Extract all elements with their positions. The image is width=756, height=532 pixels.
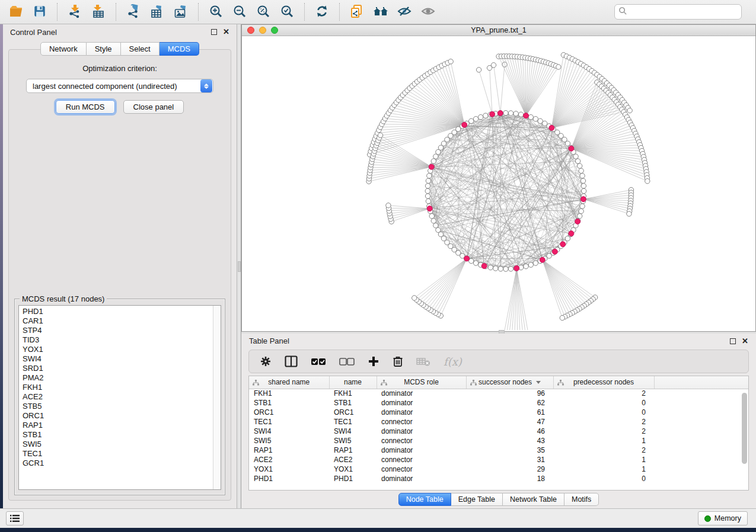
cell-name[interactable]: ORC1 bbox=[329, 408, 377, 417]
cell-mcds_role[interactable]: connector bbox=[377, 436, 466, 446]
function-builder-button[interactable]: f(x) bbox=[444, 355, 462, 368]
table-row[interactable]: RAP1RAP1dominator352 bbox=[249, 446, 748, 455]
graph-node[interactable] bbox=[513, 111, 518, 116]
cell-successor_nodes[interactable]: 18 bbox=[466, 474, 553, 483]
new-network-from-selection-button[interactable] bbox=[347, 2, 367, 21]
table-row[interactable]: ACE2ACE2connector311 bbox=[249, 455, 748, 464]
cell-successor_nodes[interactable]: 31 bbox=[466, 455, 553, 464]
graph-dominator-node[interactable] bbox=[552, 249, 557, 254]
graph-dominator-node[interactable] bbox=[549, 125, 554, 130]
cell-predecessor_nodes[interactable]: 0 bbox=[553, 398, 654, 408]
graph-dominator-node[interactable] bbox=[497, 111, 503, 116]
graph-node[interactable] bbox=[581, 184, 586, 188]
vertical-splitter[interactable] bbox=[237, 24, 241, 508]
graph-node[interactable] bbox=[433, 223, 438, 227]
mcds-result-item[interactable]: TID3 bbox=[23, 335, 209, 345]
run-mcds-button[interactable]: Run MCDS bbox=[56, 100, 115, 114]
graph-node[interactable] bbox=[533, 117, 538, 121]
graph-node[interactable] bbox=[533, 261, 538, 265]
cell-successor_nodes[interactable]: 96 bbox=[466, 389, 553, 398]
cell-shared_name[interactable]: SWI4 bbox=[249, 427, 329, 436]
select-all-rows-button[interactable] bbox=[311, 356, 326, 367]
graph-node[interactable] bbox=[431, 159, 436, 164]
graph-node[interactable] bbox=[581, 188, 586, 193]
cell-successor_nodes[interactable]: 43 bbox=[466, 436, 553, 446]
mcds-result-item[interactable]: SWI5 bbox=[23, 440, 209, 449]
graph-node[interactable] bbox=[448, 59, 453, 64]
tab-motifs[interactable]: Motifs bbox=[564, 493, 599, 506]
cell-shared_name[interactable]: ACE2 bbox=[249, 455, 329, 464]
cell-mcds_role[interactable]: connector bbox=[377, 464, 466, 474]
mcds-result-item[interactable]: PMA2 bbox=[23, 373, 209, 383]
export-network-button[interactable] bbox=[123, 2, 143, 21]
cell-predecessor_nodes[interactable]: 0 bbox=[553, 474, 654, 483]
cell-successor_nodes[interactable]: 61 bbox=[466, 408, 553, 417]
mcds-result-item[interactable]: FKH1 bbox=[23, 383, 209, 392]
column-header-shared-name[interactable]: shared name bbox=[249, 376, 329, 389]
add-column-button[interactable] bbox=[368, 355, 379, 367]
cell-predecessor_nodes[interactable]: 2 bbox=[553, 427, 654, 436]
first-neighbors-button[interactable] bbox=[371, 2, 391, 21]
cell-shared_name[interactable]: RAP1 bbox=[249, 446, 329, 455]
mcds-result-item[interactable]: STP4 bbox=[23, 326, 209, 335]
graph-dominator-node[interactable] bbox=[580, 197, 586, 202]
tab-select[interactable]: Select bbox=[121, 42, 160, 56]
mcds-result-item[interactable]: SWI4 bbox=[23, 354, 209, 364]
table-row[interactable]: FKH1FKH1dominator962 bbox=[249, 389, 748, 398]
cell-predecessor_nodes[interactable]: 2 bbox=[553, 389, 654, 398]
table-row[interactable]: YOX1YOX1connector291 bbox=[249, 464, 748, 474]
cell-mcds_role[interactable]: connector bbox=[377, 455, 466, 464]
graph-node[interactable] bbox=[580, 204, 585, 209]
cell-name[interactable]: PHD1 bbox=[329, 474, 377, 483]
graph-node[interactable] bbox=[473, 117, 478, 121]
mcds-result-list[interactable]: PHD1CAR1STP4TID3YOX1SWI4SRD1PMA2FKH1ACE2… bbox=[18, 305, 221, 490]
graph-dominator-node[interactable] bbox=[575, 219, 580, 224]
column-header-MCDS-role[interactable]: MCDS role bbox=[377, 376, 466, 389]
column-header-successor-nodes[interactable]: successor nodes bbox=[466, 376, 553, 389]
float-panel-icon[interactable] bbox=[730, 338, 736, 344]
graph-node[interactable] bbox=[503, 267, 508, 271]
optimization-criterion-select[interactable]: largest connected component (undirected) bbox=[26, 79, 213, 93]
cell-name[interactable]: TEC1 bbox=[329, 417, 377, 427]
graph-node[interactable] bbox=[469, 118, 474, 123]
graph-node[interactable] bbox=[493, 266, 498, 271]
graph-node[interactable] bbox=[426, 178, 430, 183]
graph-node[interactable] bbox=[386, 203, 391, 208]
refresh-view-button[interactable] bbox=[312, 2, 332, 21]
show-all-button[interactable] bbox=[418, 2, 438, 21]
graph-node[interactable] bbox=[491, 63, 496, 68]
cell-shared_name[interactable]: FKH1 bbox=[249, 389, 329, 398]
cell-name[interactable]: RAP1 bbox=[329, 446, 377, 455]
graph-dominator-node[interactable] bbox=[464, 256, 470, 261]
zoom-selected-button[interactable] bbox=[277, 2, 297, 21]
float-panel-icon[interactable] bbox=[211, 29, 217, 35]
graph-dominator-node[interactable] bbox=[560, 242, 566, 247]
graph-node[interactable] bbox=[429, 214, 434, 219]
mcds-result-item[interactable]: PHD1 bbox=[23, 307, 209, 316]
graph-node[interactable] bbox=[483, 113, 488, 118]
graph-node[interactable] bbox=[573, 154, 578, 159]
graph-node[interactable] bbox=[575, 159, 580, 164]
cell-successor_nodes[interactable]: 47 bbox=[466, 417, 553, 427]
global-search-field[interactable] bbox=[614, 4, 742, 20]
hide-selected-button[interactable] bbox=[394, 2, 414, 21]
cell-mcds_role[interactable]: dominator bbox=[377, 408, 466, 417]
graph-dominator-node[interactable] bbox=[569, 231, 574, 236]
graph-dominator-node[interactable] bbox=[462, 122, 467, 127]
tab-style[interactable]: Style bbox=[87, 42, 121, 56]
table-row[interactable]: ORC1ORC1dominator610 bbox=[249, 408, 748, 417]
graph-node[interactable] bbox=[560, 315, 564, 320]
graph-node[interactable] bbox=[508, 111, 513, 116]
mcds-result-item[interactable]: STB5 bbox=[23, 402, 209, 411]
cell-predecessor_nodes[interactable]: 1 bbox=[553, 464, 654, 474]
toggle-split-panel-button[interactable] bbox=[285, 355, 298, 367]
graph-node[interactable] bbox=[579, 209, 583, 213]
mcds-result-item[interactable]: GCR1 bbox=[23, 459, 209, 468]
network-window-titlebar[interactable]: YPA_prune.txt_1 bbox=[242, 25, 755, 36]
graph-dominator-node[interactable] bbox=[429, 164, 434, 169]
tab-mcds[interactable]: MCDS bbox=[160, 42, 199, 56]
table-row[interactable]: SWI4SWI4dominator462 bbox=[249, 427, 748, 436]
graph-dominator-node[interactable] bbox=[524, 113, 529, 118]
network-canvas[interactable] bbox=[242, 36, 755, 331]
graph-node[interactable] bbox=[498, 267, 503, 271]
